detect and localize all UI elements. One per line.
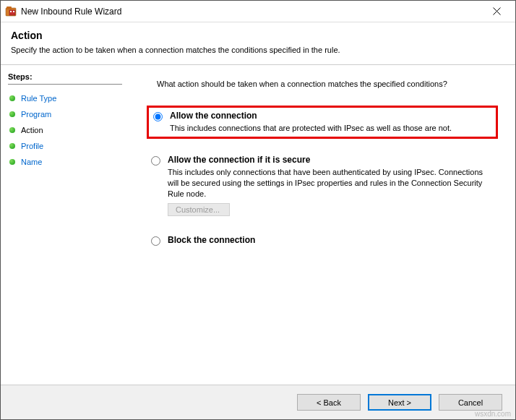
wizard-body: Steps: Rule TypeProgramActionProfileName…: [1, 64, 515, 385]
step-bullet-icon: [9, 111, 15, 117]
option-description: This includes connections that are prote…: [170, 123, 491, 134]
radio-block[interactable]: [151, 236, 160, 246]
step-bullet-icon: [9, 95, 15, 101]
wizard-header: Action Specify the action to be taken wh…: [1, 22, 515, 64]
page-subtitle: Specify the action to be taken when a co…: [11, 46, 505, 54]
steps-heading: Steps:: [8, 72, 122, 85]
option-description: This includes only connections that have…: [168, 167, 494, 200]
app-icon: [5, 6, 17, 17]
step-bullet-icon: [9, 143, 15, 149]
radio-allow[interactable]: [153, 112, 163, 121]
step-bullet-icon: [9, 127, 15, 133]
option-allow-secure: Allow the connection if it is secureThis…: [147, 152, 498, 220]
svg-rect-3: [10, 11, 12, 12]
close-button[interactable]: [482, 1, 511, 22]
option-label: Allow the connection: [170, 111, 257, 121]
action-prompt: What action should be taken when a conne…: [157, 80, 498, 88]
customize-button: Customize...: [168, 203, 230, 216]
back-button[interactable]: < Back: [297, 394, 361, 411]
svg-rect-4: [13, 11, 14, 12]
option-allow: Allow the connectionThis includes connec…: [147, 106, 498, 139]
wizard-footer: < Back Next > Cancel: [1, 385, 515, 419]
step-label: Action: [21, 126, 43, 134]
step-rule-type[interactable]: Rule Type: [8, 90, 122, 106]
cancel-button[interactable]: Cancel: [439, 394, 502, 411]
window-title: New Inbound Rule Wizard: [21, 7, 482, 17]
step-profile[interactable]: Profile: [8, 138, 122, 154]
steps-sidebar: Steps: Rule TypeProgramActionProfileName: [1, 65, 129, 385]
step-label: Rule Type: [21, 94, 56, 103]
page-title: Action: [11, 30, 505, 41]
main-panel: What action should be taken when a conne…: [129, 65, 515, 385]
option-block: Block the connection: [147, 232, 498, 249]
option-label: Block the connection: [168, 235, 255, 245]
option-label: Allow the connection if it is secure: [168, 155, 310, 165]
step-action[interactable]: Action: [8, 122, 122, 138]
wizard-window: New Inbound Rule Wizard Action Specify t…: [0, 0, 516, 420]
step-label: Program: [21, 110, 51, 119]
next-button[interactable]: Next >: [368, 394, 431, 411]
titlebar: New Inbound Rule Wizard: [1, 1, 515, 22]
step-program[interactable]: Program: [8, 106, 122, 122]
svg-rect-1: [7, 7, 12, 9]
radio-allow-secure[interactable]: [151, 156, 160, 166]
close-icon: [493, 7, 501, 15]
step-bullet-icon: [9, 159, 15, 165]
step-name[interactable]: Name: [8, 154, 122, 170]
step-label: Name: [21, 158, 42, 166]
step-label: Profile: [21, 142, 43, 150]
